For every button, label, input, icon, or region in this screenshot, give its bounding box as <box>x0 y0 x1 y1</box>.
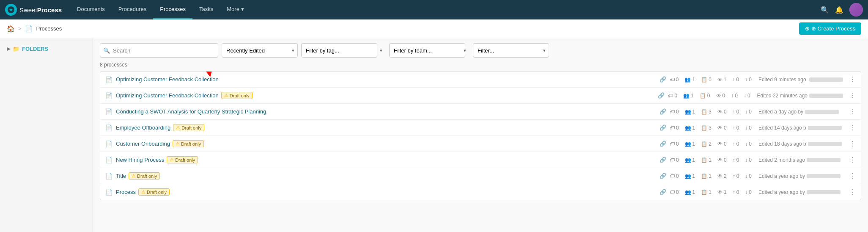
other-filter-select[interactable]: Filter... <box>473 43 549 58</box>
draft-badge: ⚠ Draft only <box>138 188 170 196</box>
table-row: 📄 Process ⚠ Draft only 🔗 🏷0 👥1 📋1 👁1 ↑0 … <box>100 184 861 200</box>
down-icon: ↓ <box>745 189 747 195</box>
stat-visible: 👁0 <box>717 109 727 115</box>
process-name-link[interactable]: New Hiring Process ⚠ Draft only <box>116 156 656 163</box>
stat-up: ↑0 <box>731 93 738 99</box>
members-icon: 👥 <box>685 157 691 163</box>
create-process-button[interactable]: ⊕ ⊕ Create Process <box>799 22 861 35</box>
tag-icon: 🏷 <box>670 141 675 147</box>
process-stats: 🏷 0 👥 1 📋 0 👁 1 <box>670 77 752 83</box>
row-menu-button[interactable]: ⋮ <box>849 124 856 132</box>
tag-filter-wrap: Filter by tag... ▾ <box>301 43 386 58</box>
process-stats: 🏷0 👥1 📋1 👁1 ↑0 ↓0 <box>670 189 752 195</box>
avatar[interactable] <box>849 3 863 17</box>
eye-icon: 👁 <box>717 157 722 163</box>
link-icon[interactable]: 🔗 <box>659 108 666 115</box>
edit-time: Edited a day ago by <box>758 109 843 115</box>
doc-icon: 📋 <box>701 109 707 115</box>
process-name-link[interactable]: Conducting a SWOT Analysis for Quarterly… <box>116 108 656 115</box>
eye-icon: 👁 <box>717 109 722 115</box>
table-row: 📄 Optimizing Customer Feedback Collectio… <box>100 72 861 88</box>
row-menu-button[interactable]: ⋮ <box>849 91 856 99</box>
process-doc-icon: 📄 <box>105 108 113 115</box>
row-menu-button[interactable]: ⋮ <box>849 140 856 148</box>
tag-icon: 🏷 <box>670 173 675 179</box>
nav-documents[interactable]: Documents <box>70 0 112 19</box>
stat-members: 👥1 <box>685 109 695 115</box>
team-filter-wrap: Filter by team... ▾ <box>389 43 470 58</box>
doc-icon: 📋 <box>701 173 707 179</box>
link-icon[interactable]: 🔗 <box>659 157 666 163</box>
stat-visible: 👁1 <box>717 189 727 195</box>
sidebar: ▶ 📁 FOLDERS <box>0 38 93 232</box>
sort-select[interactable]: Recently Edited Alphabetical Date Create… <box>222 43 298 58</box>
nav-processes[interactable]: Processes <box>153 0 192 19</box>
stat-tags: 🏷0 <box>670 157 679 163</box>
chevron-down-icon: ▾ <box>380 48 382 53</box>
stat-up: ↑0 <box>733 173 739 179</box>
brand: SweetProcess <box>5 4 62 16</box>
warning-icon: ⚠ <box>224 93 228 98</box>
home-icon[interactable]: 🏠 <box>7 25 15 33</box>
row-menu-button[interactable]: ⋮ <box>849 156 856 164</box>
user-blur <box>808 126 842 130</box>
warning-icon: ⚠ <box>141 189 146 195</box>
plus-icon: ⊕ <box>805 25 810 32</box>
team-filter-select[interactable]: Filter by team... <box>389 43 465 58</box>
link-icon[interactable]: 🔗 <box>658 92 665 99</box>
members-icon: 👥 <box>685 141 691 147</box>
nav-more[interactable]: More ▾ <box>220 0 251 19</box>
stat-members: 👥1 <box>685 157 695 163</box>
stat-tags: 🏷0 <box>670 141 679 147</box>
page-title: Processes <box>36 25 62 32</box>
stat-down: ↓0 <box>744 93 750 99</box>
eye-icon: 👁 <box>716 93 721 99</box>
process-name-link[interactable]: Customer Onboarding ⚠ Draft only <box>116 140 656 147</box>
stat-visible: 👁0 <box>717 125 727 131</box>
process-name-link[interactable]: Employee Offboarding ⚠ Draft only <box>116 124 656 131</box>
tag-filter-select[interactable]: Filter by tag... <box>301 43 377 58</box>
search-input[interactable] <box>100 43 218 58</box>
stat-down: ↓0 <box>745 141 752 147</box>
process-name-link[interactable]: Title ⚠ Draft only <box>116 172 656 180</box>
row-menu-button[interactable]: ⋮ <box>849 75 856 83</box>
process-name-link[interactable]: Optimizing Customer Feedback Collection <box>116 76 656 83</box>
user-blur <box>807 174 841 178</box>
stat-down: ↓0 <box>745 173 752 179</box>
row-menu-button[interactable]: ⋮ <box>849 172 856 180</box>
sidebar-folders[interactable]: ▶ 📁 FOLDERS <box>3 43 89 55</box>
row-menu-button[interactable]: ⋮ <box>849 108 856 116</box>
tag-icon: 🏷 <box>670 109 675 115</box>
nav-tasks[interactable]: Tasks <box>192 0 220 19</box>
stat-docs: 📋3 <box>701 109 711 115</box>
doc-icon: 📋 <box>700 93 706 99</box>
stat-docs: 📋1 <box>701 157 711 163</box>
nav-procedures[interactable]: Procedures <box>112 0 153 19</box>
process-doc-icon: 📄 <box>105 157 113 163</box>
stat-tags: 🏷 0 <box>670 77 679 83</box>
down-icon: ↓ <box>744 93 746 99</box>
stat-visible: 👁0 <box>717 141 727 147</box>
members-icon: 👥 <box>684 77 691 83</box>
stat-down: ↓0 <box>745 125 752 131</box>
row-menu-button[interactable]: ⋮ <box>849 188 856 196</box>
search-icon[interactable]: 🔍 <box>821 6 829 14</box>
stat-tags: 🏷0 <box>670 173 679 179</box>
link-icon[interactable]: 🔗 <box>659 189 666 195</box>
draft-badge: ⚠ Draft only <box>167 156 198 163</box>
breadcrumb: 🏠 > 📄 Processes <box>7 25 62 33</box>
link-icon[interactable]: 🔗 <box>659 141 666 147</box>
breadcrumb-separator: > <box>18 25 22 32</box>
link-icon[interactable]: 🔗 <box>659 124 666 131</box>
process-stats: 🏷0 👥1 📋3 👁0 ↑0 ↓0 <box>670 125 752 131</box>
doc-icon: 📋 <box>701 77 707 83</box>
filter-bar: 🔍 Recently Edited Alphabetical Date Crea… <box>100 43 861 58</box>
process-count: 8 processes <box>100 62 861 68</box>
link-icon[interactable]: 🔗 <box>659 173 666 179</box>
process-stats: 🏷0 👥1 📋0 👁0 ↑0 ↓0 <box>668 93 750 99</box>
table-row: 📄 Title ⚠ Draft only 🔗 🏷0 👥1 📋1 👁2 ↑0 ↓0 <box>100 168 861 184</box>
process-name-link[interactable]: Process ⚠ Draft only <box>116 188 656 196</box>
process-name-link[interactable]: Optimizing Customer Feedback Collection … <box>116 92 654 99</box>
link-icon[interactable]: 🔗 <box>659 76 666 83</box>
bell-icon[interactable]: 🔔 <box>835 6 843 14</box>
